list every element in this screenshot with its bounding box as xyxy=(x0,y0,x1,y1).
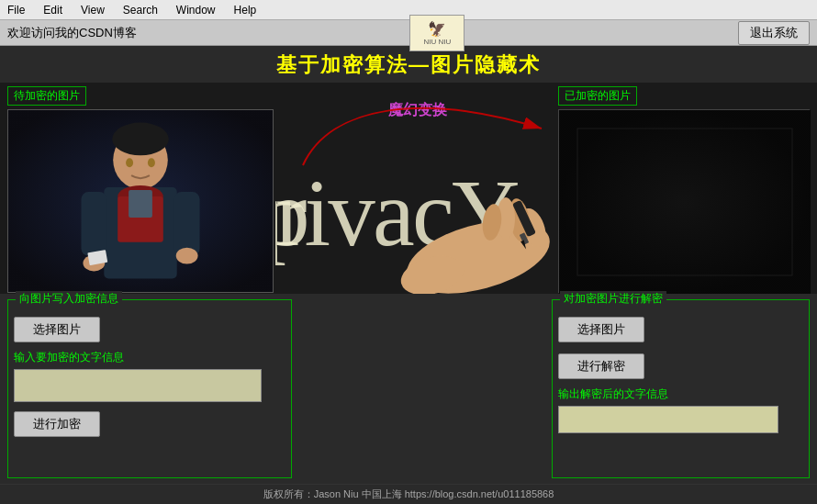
footer-text: 版权所有：Jason Niu 中国上海 https://blog.csdn.ne… xyxy=(263,487,554,501)
menu-file[interactable]: File xyxy=(4,2,28,18)
menu-view[interactable]: View xyxy=(77,2,108,18)
source-image-display xyxy=(8,110,273,292)
main-title: 基于加密算法—图片隐藏术 xyxy=(0,46,817,83)
encrypted-image-box xyxy=(558,109,810,293)
decrypt-output-label: 输出解密后的文字信息 xyxy=(558,386,803,402)
decrypt-button[interactable]: 进行解密 xyxy=(558,353,644,379)
encrypt-section-title: 向图片写入加密信息 xyxy=(16,291,122,307)
svg-text:p: p xyxy=(275,161,310,265)
decrypt-section: 对加密图片进行解密 选择图片 进行解密 输出解密后的文字信息 xyxy=(552,299,810,478)
decrypt-output-field[interactable] xyxy=(558,406,778,433)
svg-point-4 xyxy=(126,158,133,167)
menu-edit[interactable]: Edit xyxy=(39,2,66,18)
logo-area: 🦅 NIU NIU xyxy=(409,15,464,51)
logout-button[interactable]: 退出系统 xyxy=(738,21,810,45)
encrypt-text-input[interactable] xyxy=(14,369,262,402)
decrypt-section-title: 对加密图片进行解密 xyxy=(560,291,666,307)
main-content: 基于加密算法—图片隐藏术 待加密的图片 xyxy=(0,46,817,504)
svg-point-13 xyxy=(176,248,198,264)
hand-illustration xyxy=(377,193,579,294)
welcome-text: 欢迎访问我的CSDN博客 xyxy=(7,25,137,41)
encrypted-image-display xyxy=(559,110,811,294)
svg-point-3 xyxy=(112,123,169,156)
svg-rect-9 xyxy=(129,190,152,218)
bottom-row: 向图片写入加密信息 选择图片 输入要加密的文字信息 进行加密 对加密图片进行解密… xyxy=(0,294,817,484)
left-panel-label: 待加密的图片 xyxy=(7,86,86,106)
svg-rect-10 xyxy=(81,192,106,256)
right-image-panel: 已加密的图片 xyxy=(551,83,817,294)
menu-bar: File Edit View Search Window Help xyxy=(0,0,817,20)
svg-point-5 xyxy=(148,158,155,167)
logo-text: NIU NIU xyxy=(424,38,452,46)
menu-search[interactable]: Search xyxy=(119,2,162,18)
menu-help[interactable]: Help xyxy=(230,2,261,18)
encrypt-input-label: 输入要加密的文字信息 xyxy=(14,350,285,365)
source-image-box xyxy=(7,109,274,293)
right-panel-label: 已加密的图片 xyxy=(558,86,637,106)
left-image-panel: 待加密的图片 xyxy=(0,83,285,294)
title-bar: 欢迎访问我的CSDN博客 🦅 NIU NIU 退出系统 xyxy=(0,20,817,46)
encrypt-section: 向图片写入加密信息 选择图片 输入要加密的文字信息 进行加密 xyxy=(7,299,292,478)
hand-svg xyxy=(377,193,579,294)
select-image-decrypt-button[interactable]: 选择图片 xyxy=(558,317,644,342)
svg-rect-28 xyxy=(559,110,811,294)
image-row: 待加密的图片 xyxy=(0,83,817,294)
encrypt-button[interactable]: 进行加密 xyxy=(14,411,100,437)
logo-bird-icon: 🦅 xyxy=(428,20,446,38)
logo-box: 🦅 NIU NIU xyxy=(409,15,464,51)
center-area: 魔幻变换 rivacY p xyxy=(285,83,551,294)
menu-window[interactable]: Window xyxy=(173,2,219,18)
person-illustration xyxy=(8,109,273,293)
bottom-center-spacer xyxy=(299,294,544,484)
select-image-encrypt-button[interactable]: 选择图片 xyxy=(14,317,100,342)
footer: 版权所有：Jason Niu 中国上海 https://blog.csdn.ne… xyxy=(0,484,817,504)
svg-rect-11 xyxy=(174,192,200,256)
